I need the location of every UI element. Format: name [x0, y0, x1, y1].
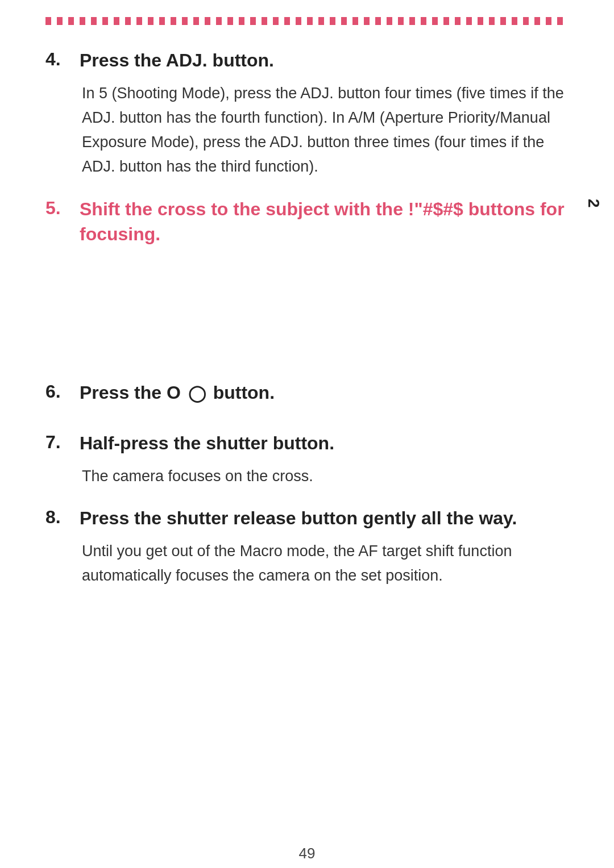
- step-6-content: Press the O ◯ button.: [80, 380, 569, 414]
- decorative-border: [45, 17, 569, 25]
- step-8-body: Until you get out of the Macro mode, the…: [80, 539, 569, 588]
- step-8-title: Press the shutter release button gently …: [80, 506, 569, 531]
- step-4-body: In 5 (Shooting Mode), press the ADJ. but…: [80, 81, 569, 180]
- page-container: 4. Press the ADJ. button. In 5 (Shooting…: [0, 17, 614, 868]
- step-5-title: Shift the cross to the subject with the …: [80, 197, 569, 248]
- page-number: 49: [0, 845, 614, 862]
- side-number: 2: [584, 199, 603, 208]
- step-7: 7. Half-press the shutter button. The ca…: [45, 431, 569, 489]
- step-6-title-part1: Press the O: [80, 382, 181, 403]
- step-8-number: 8.: [45, 506, 70, 529]
- step-6-title: Press the O ◯ button.: [80, 380, 569, 406]
- step-7-body: The camera focuses on the cross.: [80, 464, 569, 489]
- step-5: 5. Shift the cross to the subject with t…: [45, 197, 569, 256]
- step-5-number: 5.: [45, 197, 70, 220]
- step-6-number: 6.: [45, 380, 70, 404]
- step-5-content: Shift the cross to the subject with the …: [80, 197, 569, 256]
- step-4: 4. Press the ADJ. button. In 5 (Shooting…: [45, 48, 569, 180]
- step-6: 6. Press the O ◯ button.: [45, 380, 569, 414]
- step-7-title: Half-press the shutter button.: [80, 431, 569, 456]
- step-8-content: Press the shutter release button gently …: [80, 506, 569, 588]
- step-8: 8. Press the shutter release button gent…: [45, 506, 569, 588]
- step-4-title: Press the ADJ. button.: [80, 48, 569, 73]
- step-4-number: 4.: [45, 48, 70, 72]
- step-6-circle-icon: ◯: [188, 385, 206, 402]
- step-6-title-part2: button.: [213, 382, 275, 403]
- step-7-number: 7.: [45, 431, 70, 454]
- step-7-content: Half-press the shutter button. The camer…: [80, 431, 569, 489]
- step-4-content: Press the ADJ. button. In 5 (Shooting Mo…: [80, 48, 569, 180]
